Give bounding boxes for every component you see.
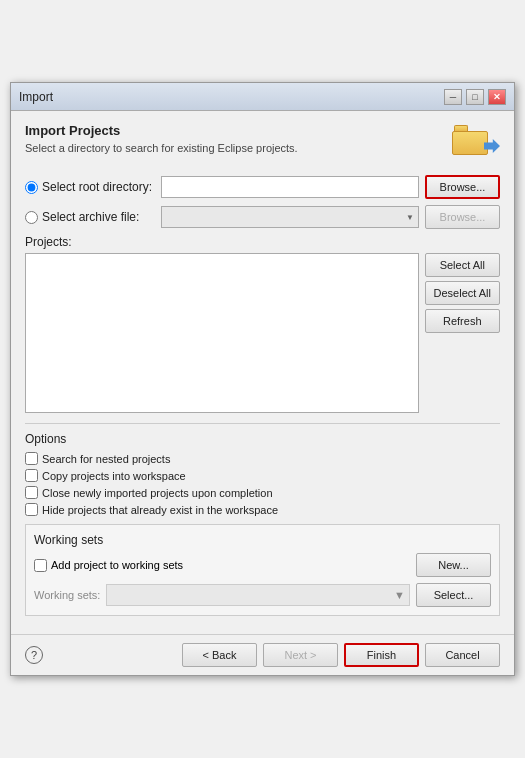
maximize-button[interactable]: □ <box>466 89 484 105</box>
working-sets-label-row: Add project to working sets <box>34 559 183 572</box>
import-dialog: Import ─ □ ✕ Import Projects Select a di… <box>10 82 515 676</box>
titlebar: Import ─ □ ✕ <box>11 83 514 111</box>
footer-left: ? <box>25 646 43 664</box>
root-directory-row: Select root directory: Browse... <box>25 175 500 199</box>
archive-browse-button[interactable]: Browse... <box>425 205 500 229</box>
projects-label: Projects: <box>25 235 500 249</box>
root-dir-label: Select root directory: <box>42 180 152 194</box>
root-dir-radio-label[interactable]: Select root directory: <box>25 180 155 194</box>
archive-file-radio-label[interactable]: Select archive file: <box>25 210 155 224</box>
folder-body <box>452 131 488 155</box>
option-copy-projects: Copy projects into workspace <box>25 469 500 482</box>
add-to-working-sets-label: Add project to working sets <box>51 559 183 571</box>
cancel-button[interactable]: Cancel <box>425 643 500 667</box>
root-dir-radio[interactable] <box>25 181 38 194</box>
archive-file-label: Select archive file: <box>42 210 139 224</box>
option-hide-projects: Hide projects that already exist in the … <box>25 503 500 516</box>
nested-projects-label: Search for nested projects <box>42 453 170 465</box>
header-section: Import Projects Select a directory to se… <box>25 123 500 163</box>
header-text: Import Projects Select a directory to se… <box>25 123 298 154</box>
projects-buttons: Select All Deselect All Refresh <box>425 253 500 413</box>
select-all-button[interactable]: Select All <box>425 253 500 277</box>
refresh-button[interactable]: Refresh <box>425 309 500 333</box>
select-working-set-button[interactable]: Select... <box>416 583 491 607</box>
working-sets-dropdown-row: Working sets: ▼ Select... <box>34 583 491 607</box>
working-sets-title: Working sets <box>34 533 491 547</box>
finish-button[interactable]: Finish <box>344 643 419 667</box>
copy-projects-label: Copy projects into workspace <box>42 470 186 482</box>
titlebar-label: Import <box>19 90 53 104</box>
working-sets-dropdown[interactable]: ▼ <box>106 584 410 606</box>
help-button[interactable]: ? <box>25 646 43 664</box>
archive-dropdown-arrow-icon: ▼ <box>406 213 414 222</box>
titlebar-controls: ─ □ ✕ <box>444 89 506 105</box>
options-section: Options Search for nested projects Copy … <box>25 423 500 516</box>
minimize-button[interactable]: ─ <box>444 89 462 105</box>
next-button[interactable]: Next > <box>263 643 338 667</box>
titlebar-title: Import <box>19 90 53 104</box>
archive-file-radio[interactable] <box>25 211 38 224</box>
root-dir-browse-button[interactable]: Browse... <box>425 175 500 199</box>
add-to-working-sets-checkbox[interactable] <box>34 559 47 572</box>
footer-buttons: < Back Next > Finish Cancel <box>182 643 500 667</box>
options-title: Options <box>25 432 500 446</box>
page-title: Import Projects <box>25 123 298 138</box>
working-sets-section: Working sets Add project to working sets… <box>25 524 500 616</box>
close-projects-checkbox[interactable] <box>25 486 38 499</box>
close-button[interactable]: ✕ <box>488 89 506 105</box>
deselect-all-button[interactable]: Deselect All <box>425 281 500 305</box>
working-sets-dropdown-arrow-icon: ▼ <box>394 589 405 601</box>
working-sets-add-row: Add project to working sets New... <box>34 553 491 577</box>
working-sets-dropdown-label: Working sets: <box>34 589 100 601</box>
dialog-content: Import Projects Select a directory to se… <box>11 111 514 634</box>
page-description: Select a directory to search for existin… <box>25 142 298 154</box>
projects-area: Select All Deselect All Refresh <box>25 253 500 413</box>
folder-icon <box>452 123 492 155</box>
hide-projects-checkbox[interactable] <box>25 503 38 516</box>
nested-projects-checkbox[interactable] <box>25 452 38 465</box>
new-working-set-button[interactable]: New... <box>416 553 491 577</box>
archive-file-dropdown[interactable]: ▼ <box>161 206 419 228</box>
option-close-projects: Close newly imported projects upon compl… <box>25 486 500 499</box>
hide-projects-label: Hide projects that already exist in the … <box>42 504 278 516</box>
archive-file-row: Select archive file: ▼ Browse... <box>25 205 500 229</box>
dialog-footer: ? < Back Next > Finish Cancel <box>11 634 514 675</box>
projects-list[interactable] <box>25 253 419 413</box>
close-projects-label: Close newly imported projects upon compl… <box>42 487 273 499</box>
copy-projects-checkbox[interactable] <box>25 469 38 482</box>
option-nested-projects: Search for nested projects <box>25 452 500 465</box>
root-dir-input[interactable] <box>161 176 419 198</box>
back-button[interactable]: < Back <box>182 643 257 667</box>
header-icon <box>452 123 500 163</box>
